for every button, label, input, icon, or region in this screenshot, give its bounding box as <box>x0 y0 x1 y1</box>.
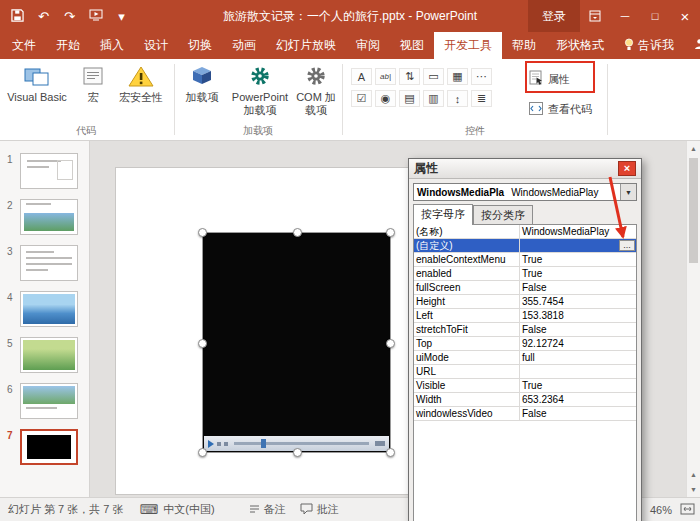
com-addins-button[interactable]: COM 加载项 <box>294 63 338 117</box>
properties-button[interactable]: 属性 <box>528 67 570 91</box>
tab-slideshow[interactable]: 幻灯片放映 <box>266 32 346 59</box>
property-row[interactable]: Left 153.3818 <box>414 309 636 323</box>
start-slideshow-icon[interactable] <box>88 9 103 23</box>
pause-icon[interactable] <box>224 442 228 446</box>
tab-developer[interactable]: 开发工具 <box>434 32 502 59</box>
command-button-control-icon[interactable]: ▭ <box>423 68 444 85</box>
resize-handle-top[interactable] <box>293 228 302 237</box>
tab-animations[interactable]: 动画 <box>222 32 266 59</box>
slide-thumbnail-7[interactable]: 7 <box>0 427 89 473</box>
spin-button-control-icon[interactable]: ⇅ <box>399 68 420 85</box>
scroll-up-icon[interactable]: ▲ <box>687 141 700 156</box>
tab-file[interactable]: 文件 <box>2 32 46 59</box>
share-button[interactable]: 共享 <box>684 32 700 59</box>
property-row[interactable]: enableContextMenu True <box>414 253 636 267</box>
language-indicator[interactable]: ⌨ 中文(中国) <box>140 502 215 517</box>
slide-thumbnail-2[interactable]: 2 <box>0 197 89 243</box>
undo-icon[interactable]: ↶ <box>36 10 51 23</box>
tab-view[interactable]: 视图 <box>390 32 434 59</box>
slide-thumbnail-4[interactable]: 4 <box>0 289 89 335</box>
resize-handle-bottom-right[interactable] <box>386 448 395 457</box>
macro-security-button[interactable]: 宏安全性 <box>114 63 168 104</box>
redo-icon[interactable]: ↷ <box>62 10 77 23</box>
next-slide-icon[interactable]: ▼ <box>687 482 700 497</box>
property-row[interactable]: stretchToFit False <box>414 323 636 337</box>
tab-transitions[interactable]: 切换 <box>178 32 222 59</box>
tab-insert[interactable]: 插入 <box>90 32 134 59</box>
powerpoint-addins-button[interactable]: PowerPoint 加载项 <box>228 63 292 117</box>
visual-basic-button[interactable]: Visual Basic <box>6 63 68 104</box>
tab-design[interactable]: 设计 <box>134 32 178 59</box>
scrollbar-control-icon[interactable]: ↕ <box>447 90 468 107</box>
property-row[interactable]: URL <box>414 365 636 379</box>
resize-handle-left[interactable] <box>198 339 207 348</box>
tab-tell-me[interactable]: 告诉我 <box>614 32 684 59</box>
vertical-scrollbar[interactable]: ▲ ▲ ▼ <box>686 141 700 497</box>
object-selector-combobox[interactable]: WindowsMediaPla WindowsMediaPlay ▼ <box>413 183 637 201</box>
properties-close-icon[interactable]: × <box>618 161 636 176</box>
combo-dropdown-icon[interactable]: ▼ <box>620 184 636 200</box>
addins-button[interactable]: 加载项 <box>180 63 224 104</box>
image-control-icon[interactable]: ▦ <box>447 68 468 85</box>
maximize-button[interactable]: □ <box>640 0 670 32</box>
property-row[interactable]: fullScreen False <box>414 281 636 295</box>
property-row[interactable]: uiMode full <box>414 351 636 365</box>
listbox-control-icon[interactable]: ▤ <box>399 90 420 107</box>
controls-gallery: A ab| ⇅ ▭ ▦ ⋯ ☑ ◉ ▤ ▥ ↕ ≣ <box>351 68 492 112</box>
property-row[interactable]: (名称) WindowsMediaPlay <box>414 225 636 239</box>
property-row[interactable]: Width 653.2364 <box>414 393 636 407</box>
checkbox-control-icon[interactable]: ☑ <box>351 90 372 107</box>
property-row-custom[interactable]: (自定义) ... <box>414 239 636 253</box>
play-icon[interactable] <box>208 440 214 448</box>
volume-icon[interactable] <box>375 441 385 446</box>
qat-customize-icon[interactable]: ▾ <box>114 10 129 23</box>
slide-thumbnail-6[interactable]: 6 <box>0 381 89 427</box>
tab-shape-format[interactable]: 形状格式 <box>546 32 614 59</box>
close-button[interactable]: × <box>670 0 700 32</box>
tab-home[interactable]: 开始 <box>46 32 90 59</box>
resize-handle-top-right[interactable] <box>386 228 395 237</box>
property-row[interactable]: Top 92.12724 <box>414 337 636 351</box>
resize-handle-right[interactable] <box>386 339 395 348</box>
fit-to-window-icon[interactable] <box>680 503 695 517</box>
custom-ellipsis-button[interactable]: ... <box>619 240 635 251</box>
other-controls-icon[interactable]: ≣ <box>471 90 492 107</box>
sign-in-button[interactable]: 登录 <box>528 0 580 32</box>
tab-review[interactable]: 审阅 <box>346 32 390 59</box>
property-row[interactable]: Visible True <box>414 379 636 393</box>
seek-bar[interactable] <box>234 442 369 445</box>
ribbon-display-options-icon[interactable] <box>580 0 610 32</box>
property-row[interactable]: enabled True <box>414 267 636 281</box>
property-row[interactable]: Height 355.7454 <box>414 295 636 309</box>
slide-thumbnail-3[interactable]: 3 <box>0 243 89 289</box>
tab-alphabetic[interactable]: 按字母序 <box>413 204 473 225</box>
more-controls-row-icon[interactable]: ⋯ <box>471 68 492 85</box>
tab-help[interactable]: 帮助 <box>502 32 546 59</box>
view-code-button[interactable]: 查看代码 <box>528 97 592 121</box>
combobox-control-icon[interactable]: ▥ <box>423 90 444 107</box>
seek-thumb[interactable] <box>261 439 266 448</box>
save-icon[interactable] <box>10 9 25 24</box>
properties-window-titlebar[interactable]: 属性 × <box>409 159 641 179</box>
windows-media-player-control[interactable] <box>203 233 390 452</box>
slide-thumbnail-5[interactable]: 5 <box>0 335 89 381</box>
previous-slide-icon[interactable]: ▲ <box>687 467 700 482</box>
tab-categorized[interactable]: 按分类序 <box>473 205 533 224</box>
stop-icon[interactable] <box>217 442 221 446</box>
label-control-icon[interactable]: A <box>351 68 372 85</box>
minimize-button[interactable]: ─ <box>610 0 640 32</box>
scrollbar-thumb[interactable] <box>689 158 698 263</box>
group-separator <box>174 64 175 135</box>
textbox-control-icon[interactable]: ab| <box>375 68 396 85</box>
option-button-control-icon[interactable]: ◉ <box>375 90 396 107</box>
macros-button[interactable]: 宏 <box>74 63 112 104</box>
notes-button[interactable]: 备注 <box>249 502 286 517</box>
slide-number-indicator[interactable]: 幻灯片 第 7 张，共 7 张 <box>0 502 124 517</box>
slide-thumbnail-1[interactable]: 1 <box>0 151 89 197</box>
resize-handle-bottom[interactable] <box>293 448 302 457</box>
property-row[interactable]: windowlessVideo False <box>414 407 636 421</box>
zoom-level[interactable]: 46% <box>650 504 672 516</box>
resize-handle-top-left[interactable] <box>198 228 207 237</box>
resize-handle-bottom-left[interactable] <box>198 448 207 457</box>
comments-button[interactable]: 批注 <box>300 502 339 517</box>
